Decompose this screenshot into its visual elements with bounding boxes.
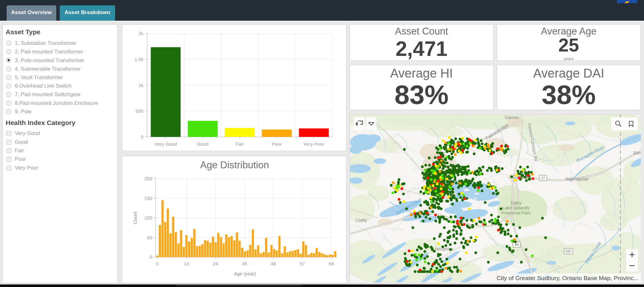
- svg-text:50: 50: [147, 235, 152, 240]
- svg-text:Age Distribution: Age Distribution: [200, 160, 269, 171]
- svg-text:46: 46: [271, 261, 276, 266]
- svg-text:City of Greater Sudbury, Ontar: City of Greater Sudbury, Ontario Base Ma…: [497, 275, 639, 281]
- svg-text:0: 0: [156, 261, 158, 266]
- svg-text:Lake Uplands: Lake Uplands: [502, 205, 530, 210]
- svg-text:Fair: Fair: [236, 141, 244, 147]
- svg-text:Lively: Lively: [356, 218, 367, 223]
- svg-text:2k: 2k: [138, 31, 143, 36]
- svg-text:Very Good: Very Good: [154, 141, 177, 147]
- svg-text:200: 200: [144, 176, 152, 181]
- svg-text:17: 17: [541, 176, 545, 180]
- svg-text:Age (year): Age (year): [234, 271, 256, 276]
- svg-text:Garson: Garson: [505, 115, 519, 120]
- svg-text:35: 35: [242, 261, 247, 266]
- svg-text:13: 13: [184, 261, 189, 266]
- svg-text:Poor: Poor: [272, 141, 282, 147]
- svg-text:69: 69: [515, 243, 519, 246]
- svg-text:0: 0: [141, 134, 143, 139]
- svg-text:Very Poor: Very Poor: [303, 141, 324, 147]
- svg-text:24: 24: [213, 261, 218, 266]
- svg-text:100: 100: [144, 215, 152, 220]
- svg-text:Provincial Park: Provincial Park: [501, 210, 531, 215]
- svg-text:1.5k: 1.5k: [135, 57, 144, 62]
- svg-text:Wahnapitae: Wahnapitae: [565, 176, 589, 181]
- svg-text:57: 57: [300, 261, 305, 266]
- svg-text:Daisy: Daisy: [510, 200, 521, 205]
- svg-text:68: 68: [329, 261, 334, 266]
- svg-text:Count: Count: [132, 211, 138, 224]
- svg-text:537: 537: [566, 249, 571, 253]
- svg-text:Stinson: Stinson: [633, 150, 641, 155]
- svg-text:0: 0: [150, 254, 152, 260]
- svg-text:Good: Good: [197, 141, 208, 147]
- svg-text:150: 150: [144, 196, 152, 201]
- svg-text:1k: 1k: [138, 83, 143, 88]
- svg-text:500: 500: [136, 108, 143, 114]
